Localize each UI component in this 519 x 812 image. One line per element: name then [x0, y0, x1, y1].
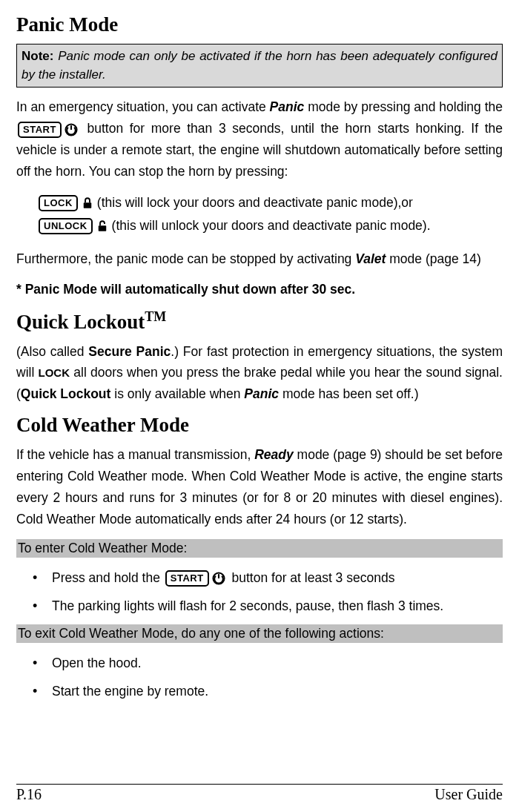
- text: is only available when: [110, 386, 244, 401]
- text: If the vehicle has a manual transmission…: [16, 447, 254, 462]
- power-icon: [63, 122, 79, 138]
- page-number: P.16: [16, 786, 42, 803]
- text: Furthermore, the panic mode can be stopp…: [16, 251, 355, 266]
- valet-word: Valet: [355, 251, 386, 266]
- panic-paragraph-1: In an emergency situation, you can activ…: [16, 96, 503, 182]
- lock-unlock-list: LOCK (this will lock your doors and deac…: [16, 191, 503, 238]
- svg-rect-3: [98, 225, 106, 231]
- text: (this will unlock your doors and deactiv…: [112, 214, 431, 238]
- heading-cold-weather: Cold Weather Mode: [16, 414, 503, 437]
- panic-word: Panic: [244, 386, 279, 401]
- note-body: Panic mode can only be activated if the …: [22, 49, 497, 82]
- heading-panic-mode: Panic Mode: [16, 13, 503, 36]
- lock-button-icon: LOCK: [39, 195, 78, 211]
- lock-smallcaps: LOCK: [39, 366, 70, 379]
- padlock-locked-icon: [79, 195, 96, 211]
- text: (Also called: [16, 344, 88, 359]
- tm-mark: TM: [145, 309, 166, 324]
- text: button for at least 3 seconds: [228, 570, 395, 585]
- enter-list: Press and hold the START button for at l…: [16, 564, 503, 620]
- text: (this will lock your doors and deactivat…: [97, 191, 398, 215]
- text: button for more than 3 seconds, until th…: [16, 121, 503, 179]
- lock-row: LOCK (this will lock your doors and deac…: [37, 191, 503, 215]
- text: Quick Lockout: [16, 311, 145, 333]
- secure-panic-word: Secure Panic: [88, 344, 171, 359]
- list-item: The parking lights will flash for 2 seco…: [52, 592, 503, 620]
- text: mode has been set off.): [279, 386, 418, 401]
- text: or: [401, 191, 413, 215]
- doc-title: User Guide: [434, 786, 503, 803]
- list-item: Press and hold the START button for at l…: [52, 564, 503, 592]
- list-item: Open the hood.: [52, 649, 503, 677]
- cold-weather-paragraph: If the vehicle has a manual transmission…: [16, 444, 503, 530]
- list-item: Start the engine by remote.: [52, 677, 503, 705]
- start-button-icon: START: [18, 122, 62, 138]
- text: mode (page 14): [386, 251, 480, 266]
- page-footer: P.16 User Guide: [16, 784, 503, 803]
- exit-list: Open the hood. Start the engine by remot…: [16, 649, 503, 705]
- quick-lockout-paragraph: (Also called Secure Panic.) For fast pro…: [16, 341, 503, 406]
- heading-quick-lockout: Quick LockoutTM: [16, 309, 503, 334]
- svg-rect-2: [84, 202, 92, 208]
- note-box: Note: Panic mode can only be activated i…: [16, 44, 503, 88]
- power-icon: [211, 570, 227, 587]
- padlock-unlocked-icon: [94, 218, 110, 234]
- ready-word: Ready: [254, 447, 294, 462]
- start-button-icon: START: [165, 570, 209, 587]
- panic-auto-shutdown-note: * Panic Mode will automatically shut dow…: [16, 279, 503, 300]
- text: Press and hold the: [52, 570, 164, 585]
- panic-paragraph-2: Furthermore, the panic mode can be stopp…: [16, 248, 503, 270]
- unlock-row: UNLOCK (this will unlock your doors and …: [37, 214, 503, 238]
- subhead-enter-cold-weather: To enter Cold Weather Mode:: [16, 539, 503, 558]
- unlock-button-icon: UNLOCK: [39, 218, 93, 234]
- quick-lockout-word: Quick Lockout: [21, 386, 111, 401]
- text: In an emergency situation, you can activ…: [16, 99, 270, 114]
- panic-word: Panic: [270, 99, 305, 114]
- text: mode by pressing and holding the: [304, 99, 503, 114]
- note-label: Note:: [22, 49, 53, 63]
- subhead-exit-cold-weather: To exit Cold Weather Mode, do any one of…: [16, 624, 503, 643]
